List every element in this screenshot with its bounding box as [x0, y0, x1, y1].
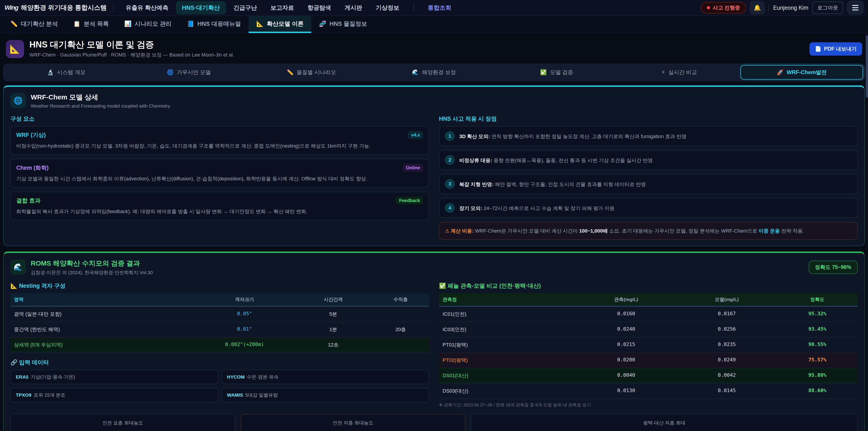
tab-해양환경 보정[interactable]: 🌊해양환경 보정 [373, 65, 495, 80]
tab-WRF-Chem발전[interactable]: 🚀WRF-Chem발전 [741, 65, 863, 80]
component-badge: Online [403, 164, 423, 172]
nesting-header-cell: 격자크기 [195, 293, 294, 306]
phenol-table-row: IC03(인천)0.02400.025693.45% [439, 322, 858, 337]
hamburger-menu-button[interactable] [847, 1, 864, 14]
component-card-top: Chem (화학)Online [16, 164, 423, 172]
input-source-desc: 조위 15개 분조 [34, 392, 65, 398]
phenol-accuracy-cell: 93.45% [777, 322, 858, 337]
phenol-obs-cell: 0.0130 [576, 383, 676, 398]
nav-item-게시판[interactable]: 게시판 [339, 1, 368, 14]
tab-실시간 비교[interactable]: ⚡실시간 비교 [618, 65, 740, 80]
subnav-item-HNS 물질정보[interactable]: 🧬HNS 물질정보 [311, 16, 375, 33]
phenol-accuracy-cell: 95.32% [777, 307, 858, 321]
section-tabbar: 🔬시스템 개요🌀가우시안 모델✏️물질별 시나리오🌊해양환경 보정✅모델 검증⚡… [3, 64, 865, 81]
wave-icon-tile: 🌊 [10, 259, 26, 275]
page-scrollbar[interactable] [866, 0, 868, 431]
advantage-card: 2비정상류 대응: 풍향 전환(해풍↔육풍), 돌풍, 전선 통과 등 시변 기… [439, 150, 858, 170]
clipboard-icon: 📋 [73, 20, 81, 27]
status-dot-icon [707, 6, 710, 9]
tab-label: WRF-Chem발전 [786, 69, 827, 76]
tab-가우시안 모델[interactable]: 🌀가우시안 모델 [127, 65, 250, 80]
text-segment: WRF-Chem은 가우시안 모델 대비 계산 시간이 [473, 228, 579, 234]
tab-시스템 개요[interactable]: 🔬시스템 개요 [5, 65, 127, 80]
lightning-icon: ⚡ [661, 69, 665, 75]
advantage-card: 13D 확산 모의: 연직 방향 확산까지 포함한 정밀 농도장 계산. 고층 … [439, 126, 858, 146]
nesting-header-cell: 영역 [10, 293, 195, 306]
subnav-item-대기확산 분석[interactable]: ✏️대기확산 분석 [3, 16, 66, 33]
check-icon: ✅ [540, 69, 547, 75]
nav-item-보고자료[interactable]: 보고자료 [265, 1, 300, 14]
roms-section-header: 🌊 ROMS 해양확산 수치모의 검증 결과 김창경·이문진 외 (2024),… [10, 259, 858, 276]
tab-모델 검증[interactable]: ✅모델 검증 [495, 65, 618, 80]
input-data-chip: TPXO9조위 15개 분조 [10, 388, 218, 402]
input-data-chip: HYCOM수온·염분·유속 [221, 370, 429, 384]
component-name: WRF (기상) [16, 131, 46, 139]
nav-divider [769, 4, 769, 12]
page-icon-tile: 📐 [6, 40, 24, 58]
nesting-area-cell: 상세역 (5개 우심지역) [10, 337, 195, 352]
rocket-icon: 🚀 [777, 69, 783, 75]
cyclone-icon: 🌀 [167, 69, 174, 75]
component-description: 비정수압(non-hydrostatic) 중규모 기상 모델. 3차원 바람장… [16, 142, 423, 150]
logout-button[interactable]: 로그아웃 [812, 2, 843, 14]
phenol-model-cell: 0.0167 [677, 307, 777, 321]
nesting-grid-cell: 0.01° [195, 322, 294, 337]
phenol-header-cell: 관측점 [439, 293, 576, 306]
pencil-icon: ✏️ [10, 20, 18, 27]
triangle-ruler-icon: 📐 [9, 44, 20, 54]
phenol-accuracy-cell: 75.57% [777, 353, 858, 368]
app-logo[interactable]: Wing 해양환경 위기대응 통합시스템 [4, 3, 107, 12]
subnav-item-시나리오 관리[interactable]: 📊시나리오 관리 [116, 16, 179, 33]
phenol-column: ✅ 페놀 관측-모델 비교 (인천·평택·대산) 관측점관측(mg/L)모델(m… [439, 280, 858, 408]
nav-item-항공탐색[interactable]: 항공탐색 [302, 1, 337, 14]
metric-card: 인천 저층 최대농도0.3822mg/L표층 대비 3.5배 ↑ [241, 414, 466, 431]
text-segment: 계산 비용: [451, 228, 473, 234]
tab-label: 모델 검증 [550, 69, 573, 76]
nav-item-HNS·대기확산[interactable]: HNS·대기확산 [176, 1, 226, 14]
advantage-card: 4장기 모의: 24~72시간 예측으로 사고 수습 계획 및 장기 피해 평가… [439, 198, 858, 218]
text-segment: 24~72시간 예측으로 사고 수습 계획 및 장기 피해 평가 지원 [482, 206, 614, 211]
wrf-components-column: 구성 요소 WRF (기상)v4.x비정수압(non-hydrostatic) … [10, 113, 429, 240]
notifications-button[interactable]: 🔔 [750, 1, 765, 14]
phenol-header-cell: 관측(mg/L) [576, 293, 676, 306]
subnav-item-HNS 대응매뉴얼[interactable]: 📘HNS 대응매뉴얼 [179, 16, 249, 33]
component-card: WRF (기상)v4.x비정수압(non-hydrostatic) 중규모 기상… [10, 126, 429, 155]
advantage-number: 4 [445, 203, 455, 213]
tab-물질별 시나리오[interactable]: ✏️물질별 시나리오 [250, 65, 373, 80]
phenol-station-cell: PT02(평택) [439, 353, 576, 368]
top-navbar: Wing 해양환경 위기대응 통합시스템 유출유 확산예측HNS·대기확산긴급구… [0, 0, 868, 16]
nesting-grid-cell: 0.05° [195, 307, 294, 321]
nesting-step-cell: 5분 [294, 307, 372, 321]
subnav-label: 확산모델 이론 [267, 20, 304, 28]
nesting-layers-cell [372, 307, 429, 321]
text-segment: 복잡 지형 반영: [459, 182, 494, 187]
phenol-table-row: IC01(인천)0.01600.016795.32% [439, 307, 858, 322]
logo-mark-icon: Wing [4, 4, 18, 11]
wave-icon: 🌊 [412, 69, 419, 75]
subnav-item-확산모델 이론[interactable]: 📐확산모델 이론 [249, 16, 311, 33]
nesting-grid-cell: 0.002°(≈200m) [195, 337, 294, 352]
component-card: Chem (화학)Online기상 모델과 동일한 시간 스텝에서 화학종의 이… [10, 159, 429, 188]
nesting-area-cell: 중간역 (한반도 해역) [10, 322, 195, 337]
pdf-export-button[interactable]: 📄 PDF 내보내기 [809, 42, 862, 56]
nav-item-통합조회[interactable]: 통합조회 [422, 1, 457, 14]
component-description: 화학물질의 복사 효과가 기상장에 되먹임(feedback). 예: 대량의 … [16, 208, 423, 215]
component-card-top: 결합 효과Feedback [16, 196, 423, 205]
nav-item-긴급구난[interactable]: 긴급구난 [228, 1, 263, 14]
phenol-model-cell: 0.0249 [677, 353, 777, 368]
metric-value: 0.1089mg/L [16, 430, 229, 431]
app-root: Wing 해양환경 위기대응 통합시스템 유출유 확산예측HNS·대기확산긴급구… [0, 0, 868, 431]
nav-item-기상정보[interactable]: 기상정보 [370, 1, 405, 14]
nav-item-유출유 확산예측[interactable]: 유출유 확산예측 [120, 1, 174, 14]
tab-label: 시스템 개요 [57, 69, 86, 76]
input-source-desc: 수온·염분·유속 [247, 374, 278, 379]
text-segment: 연직 방향 확산까지 포함한 정밀 농도장 계산. 고층 대기로의 확산과 fu… [490, 133, 686, 139]
subnav-item-분석 목록[interactable]: 📋분석 목록 [66, 16, 117, 33]
incident-status-badge[interactable]: 사고 진행중 [701, 2, 746, 13]
input-source-code: ERA5 [16, 374, 29, 379]
scrollbar-thumb[interactable] [866, 35, 868, 98]
text-segment: 전략 적용. [780, 228, 804, 234]
phenol-table-row: DS01(대산)0.00400.004295.88% [439, 368, 858, 383]
component-card: 결합 효과Feedback화학물질의 복사 효과가 기상장에 되먹임(feedb… [10, 192, 429, 220]
phenol-table-row: PT01(평택)0.02150.023590.55% [439, 337, 858, 353]
